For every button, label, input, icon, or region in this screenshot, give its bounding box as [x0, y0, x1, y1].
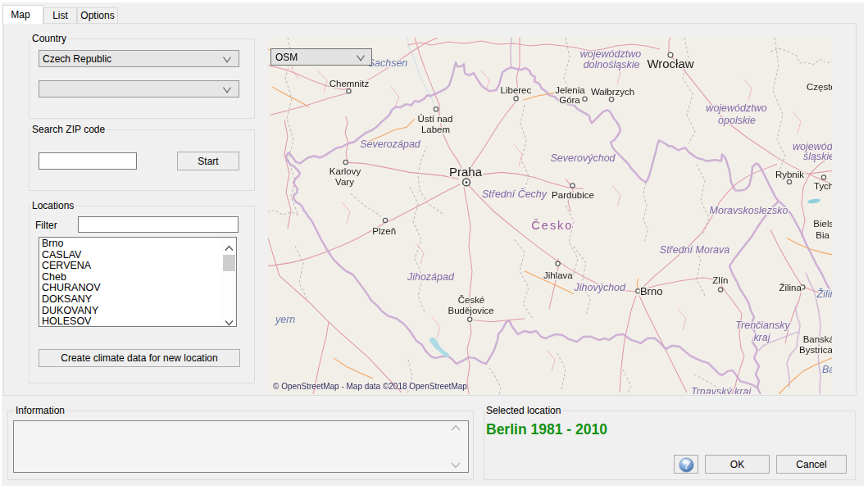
svg-text:Wałbrzych: Wałbrzych: [591, 87, 634, 97]
svg-text:Brno: Brno: [640, 285, 662, 297]
svg-text:Trnavský kraj: Trnavský kraj: [691, 386, 752, 394]
svg-text:Vary: Vary: [335, 177, 354, 187]
svg-text:Labem: Labem: [421, 125, 450, 134]
svg-text:Chemnitz: Chemnitz: [329, 79, 370, 88]
svg-text:Severovýchod: Severovýchod: [550, 152, 616, 164]
svg-text:Jihovýchod: Jihovýchod: [574, 282, 627, 293]
svg-text:Wrocław: Wrocław: [647, 57, 693, 70]
svg-text:Žilinský: Žilinský: [816, 288, 832, 300]
svg-text:kraj: kraj: [753, 332, 770, 343]
svg-text:Liberec: Liberec: [501, 85, 532, 95]
svg-text:Jihlava: Jihlava: [543, 270, 573, 280]
svg-text:Moravskoslezsko: Moravskoslezsko: [710, 205, 788, 216]
svg-text:Częstochowa: Częstochowa: [807, 82, 832, 92]
svg-text:?: ?: [683, 460, 688, 471]
svg-text:opolskie: opolskie: [718, 115, 756, 126]
svg-text:Střední Morava: Střední Morava: [660, 244, 729, 256]
svg-text:Plzeň: Plzeň: [372, 226, 396, 236]
svg-text:Pardubice: Pardubice: [552, 190, 594, 200]
svg-text:yern: yern: [275, 314, 295, 325]
svg-text:Střední Čechy: Střední Čechy: [482, 188, 548, 200]
svg-text:śląskie: śląskie: [803, 151, 832, 162]
svg-text:Jelenia: Jelenia: [555, 85, 585, 95]
svg-text:Trenčiansky: Trenčiansky: [735, 320, 790, 331]
svg-text:Bia: Bia: [816, 230, 829, 240]
svg-text:České: České: [458, 295, 485, 305]
svg-text:Ústí nad: Ústí nad: [418, 114, 453, 124]
svg-text:Jihozápad: Jihozápad: [407, 271, 455, 283]
svg-text:Rybnik: Rybnik: [775, 170, 804, 179]
svg-text:województwo: województwo: [706, 102, 766, 114]
svg-text:Severozápad: Severozápad: [360, 138, 421, 150]
svg-text:Karlovy: Karlovy: [329, 166, 361, 176]
svg-text:Praha: Praha: [449, 165, 483, 179]
svg-text:Žilina: Žilina: [779, 283, 802, 293]
svg-text:Tychy: Tychy: [814, 181, 832, 191]
svg-text:Góra: Góra: [559, 95, 580, 105]
svg-text:Biels: Biels: [813, 219, 832, 229]
svg-text:Česko: Česko: [531, 219, 573, 232]
svg-text:© OpenStreetMap - Map data ©20: © OpenStreetMap - Map data ©2018 OpenStr…: [273, 382, 467, 391]
svg-text:Zlín: Zlín: [712, 275, 728, 285]
svg-text:Budějovice: Budějovice: [448, 306, 493, 315]
svg-text:Sachsen: Sachsen: [368, 57, 408, 69]
svg-text:dolnośląskie: dolnośląskie: [584, 59, 640, 70]
svg-text:województwo: województwo: [580, 48, 641, 60]
svg-text:Banskobystrický: Banskobystrický: [822, 364, 832, 375]
svg-text:Bystrica: Bystrica: [799, 345, 832, 355]
svg-text:Banská: Banská: [803, 334, 832, 344]
